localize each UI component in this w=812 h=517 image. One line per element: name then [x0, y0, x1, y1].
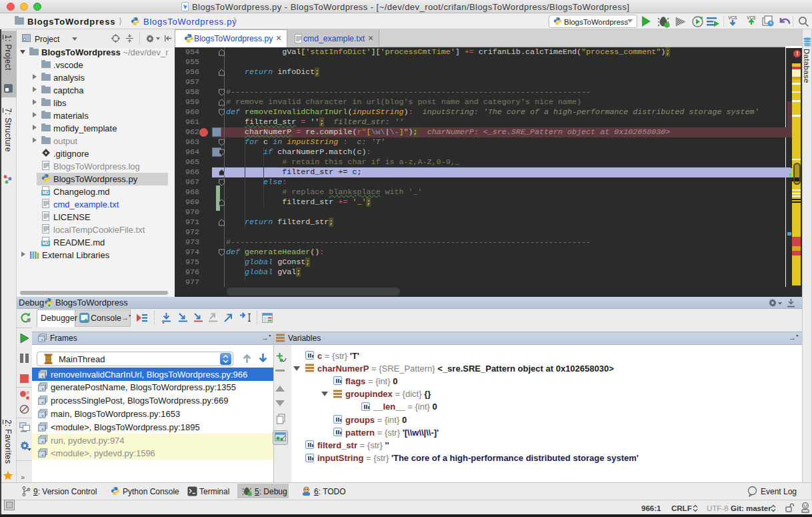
svg-text:s: s [42, 440, 44, 444]
svg-text:s: s [42, 426, 44, 430]
svg-text:s: s [42, 387, 44, 391]
svg-text:s: s [42, 400, 44, 404]
svg-text:s: s [42, 453, 44, 457]
svg-text:VCS: VCS [728, 15, 737, 20]
svg-text:s: s [42, 413, 44, 417]
svg-text:s: s [42, 374, 44, 378]
svg-text:VCS: VCS [747, 15, 756, 20]
svg-text:s: s [41, 338, 43, 342]
